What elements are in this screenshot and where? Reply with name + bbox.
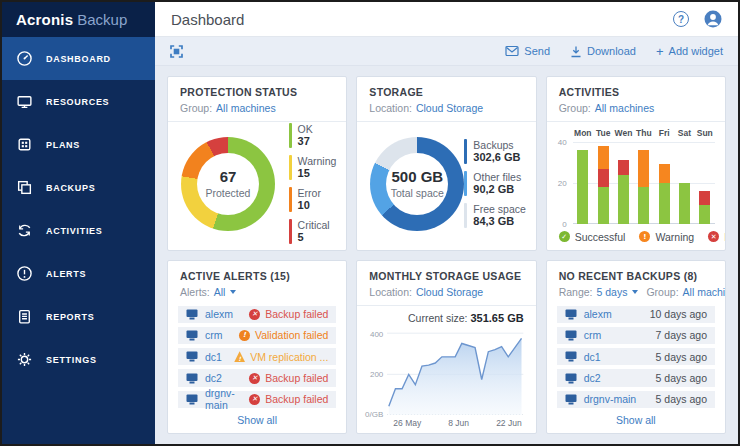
bar-wen [613,142,633,224]
widgets-grid: PROTECTION STATUS Group: All machines 67… [155,66,738,444]
machine-link[interactable]: alexm [584,308,612,320]
help-icon[interactable]: ? [673,11,689,27]
bar-segment [659,164,670,182]
error-circle-icon [249,394,260,405]
alerts-filter-dropdown[interactable]: All [214,286,226,298]
legend-item-ok: OK37 [289,123,337,149]
backup-row[interactable]: alexm 10 days ago [557,306,715,323]
app-logo: Acronis Backup [2,2,155,37]
group-filter-link[interactable]: All machines [595,102,655,114]
sidebar-item-alerts[interactable]: ALERTS [2,252,155,295]
sidebar-item-settings[interactable]: SETTINGS [2,338,155,381]
download-button[interactable]: Download [570,45,636,58]
machine-link[interactable]: dc1 [584,351,601,363]
sidebar-item-label: ACTIVITIES [46,226,103,236]
sidebar-item-plans[interactable]: PLANS [2,123,155,166]
bar-segment [598,169,609,187]
alert-status: Backup failed [249,393,328,405]
send-label: Send [524,45,550,57]
widget-title: ACTIVE ALERTS (15) [180,270,334,282]
sidebar-nav: DASHBOARD RESOURCES PLANS BACKUPS [2,37,155,381]
sidebar-item-reports[interactable]: REPORTS [2,295,155,338]
legend-warning: ! Warning [639,231,694,243]
error-circle-icon [249,373,260,384]
no-recent-list: alexm 10 days ago crm 7 days ago dc1 5 d… [547,305,725,409]
alert-row[interactable]: drgnv-main Backup failed [178,391,336,408]
range-label: Range: [559,286,593,298]
copies-icon [16,179,33,196]
grid-icon [16,136,33,153]
range-dropdown[interactable]: 5 days [597,286,628,298]
legend-color-bar [289,123,292,148]
machine-icon [565,394,577,405]
alert-row[interactable]: alexm Backup failed [178,306,336,323]
total-space-label: Total space [391,187,444,199]
machine-link[interactable]: drgnv-main [584,393,637,405]
sidebar-item-activities[interactable]: ACTIVITIES [2,209,155,252]
widget-title: NO RECENT BACKUPS (8) [559,270,713,282]
location-filter-link[interactable]: Cloud Storage [416,102,483,114]
sidebar-item-resources[interactable]: RESOURCES [2,80,155,123]
expand-widgets-icon[interactable] [170,45,183,58]
last-backup-time: 10 days ago [650,308,707,320]
alert-status: Validation failed [239,329,328,341]
legend-item-critical: Critical5 [289,219,337,245]
widget-title: ACTIVITIES [559,86,713,98]
backup-row[interactable]: crm 7 days ago [557,327,715,344]
usage-y-axis: 400 200 0/GB [363,327,387,416]
show-all-link[interactable]: Show all [547,408,725,433]
group-label: Group: [646,286,678,298]
bar-segment [577,150,588,223]
group-filter-link[interactable]: All machines [683,286,726,298]
legend-item-warning: Warning15 [289,155,337,181]
sync-icon [16,222,33,239]
storage-widget: STORAGE Location: Cloud Storage 500 GB T… [356,76,536,251]
toolbar-actions: Send Download + Add widget [505,45,723,58]
protection-status-widget: PROTECTION STATUS Group: All machines 67… [167,76,347,251]
current-size-value: 351.65 GB [470,312,523,324]
machine-icon [565,373,577,384]
sidebar-item-label: BACKUPS [46,183,95,193]
add-widget-button[interactable]: + Add widget [656,45,723,58]
machine-link[interactable]: crm [584,329,602,341]
backup-row[interactable]: dc2 5 days ago [557,369,715,386]
machine-icon [186,309,198,320]
monthly-storage-usage-widget: MONTHLY STORAGE USAGE Location: Cloud St… [356,260,536,435]
bar-segment [598,187,609,224]
machine-icon [186,351,198,362]
sidebar-item-backups[interactable]: BACKUPS [2,166,155,209]
sidebar: Acronis Backup DASHBOARD RESOURCES PLA [2,2,155,444]
legend-failed: ✕ Failed [708,231,726,243]
machine-link[interactable]: crm [205,329,223,341]
send-button[interactable]: Send [505,45,550,57]
show-all-link[interactable]: Show all [168,408,346,433]
legend-color-bar [464,139,467,164]
machine-link[interactable]: dc2 [205,372,222,384]
backup-row[interactable]: drgnv-main 5 days ago [557,391,715,408]
chevron-down-icon[interactable] [632,290,638,294]
location-filter-link[interactable]: Cloud Storage [416,286,483,298]
machine-link[interactable]: dc2 [584,372,601,384]
backup-row[interactable]: dc1 5 days ago [557,348,715,365]
activities-y-axis: 40 20 0 [553,142,573,224]
legend-color-bar [464,171,467,196]
legend-item-error: Error10 [289,187,337,213]
chevron-down-icon[interactable] [230,290,236,294]
sidebar-item-label: REPORTS [46,312,94,322]
machine-link[interactable]: dc1 [205,351,222,363]
bar-segment [618,175,629,224]
machine-icon [565,351,577,362]
no-recent-backups-widget: NO RECENT BACKUPS (8) Range: 5 days Grou… [546,260,726,435]
page-title: Dashboard [171,11,673,28]
account-icon[interactable] [704,10,722,28]
machine-link[interactable]: alexm [205,308,233,320]
gear-icon [16,351,33,368]
alert-row[interactable]: dc1 VM replication ... [178,348,336,365]
sidebar-item-dashboard[interactable]: DASHBOARD [2,37,155,80]
alert-row[interactable]: dc2 Backup failed [178,369,336,386]
machine-icon [565,330,577,341]
envelope-icon [505,45,519,57]
group-filter-link[interactable]: All machines [216,102,276,114]
activities-widget: ACTIVITIES Group: All machines Mon Tue W… [546,76,726,251]
alert-row[interactable]: crm Validation failed [178,327,336,344]
